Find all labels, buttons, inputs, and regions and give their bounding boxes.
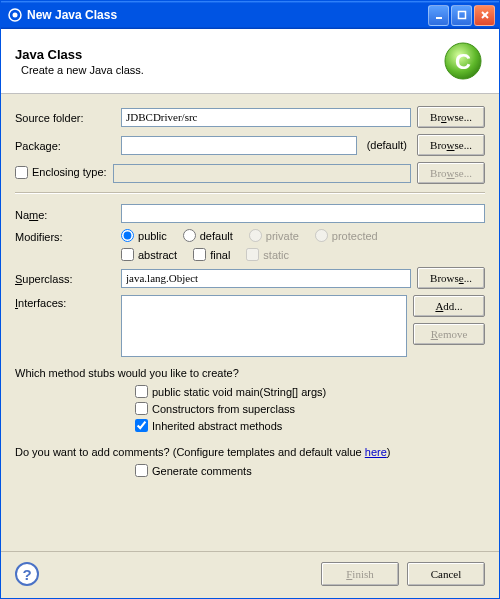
modifier-final-checkbox[interactable]: final bbox=[193, 248, 230, 261]
close-button[interactable] bbox=[474, 5, 495, 26]
class-icon: C bbox=[441, 39, 485, 83]
superclass-input[interactable] bbox=[121, 269, 411, 288]
superclass-browse-button[interactable]: Browse... bbox=[417, 267, 485, 289]
app-icon bbox=[7, 7, 23, 23]
window-title: New Java Class bbox=[27, 8, 426, 22]
package-browse-button[interactable]: Browse... bbox=[417, 134, 485, 156]
name-input[interactable] bbox=[121, 204, 485, 223]
enclosing-type-input bbox=[113, 164, 411, 183]
modifier-public-radio[interactable]: public bbox=[121, 229, 167, 242]
modifier-protected-radio: protected bbox=[315, 229, 378, 242]
modifier-static-checkbox: static bbox=[246, 248, 289, 261]
modifier-abstract-checkbox[interactable]: abstract bbox=[121, 248, 177, 261]
configure-templates-link[interactable]: here bbox=[365, 446, 387, 458]
name-label: Name: bbox=[15, 207, 115, 221]
help-icon[interactable]: ? bbox=[15, 562, 39, 586]
stub-constructors-checkbox[interactable]: Constructors from superclass bbox=[135, 402, 295, 415]
banner: Java Class Create a new Java class. C bbox=[1, 29, 499, 94]
banner-subheading: Create a new Java class. bbox=[15, 64, 441, 76]
modifier-private-radio: private bbox=[249, 229, 299, 242]
stub-inherited-checkbox[interactable]: Inherited abstract methods bbox=[135, 419, 282, 432]
interfaces-remove-button: Remove bbox=[413, 323, 485, 345]
enclosing-type-label: Enclosing type: bbox=[32, 166, 107, 178]
stubs-question: Which method stubs would you like to cre… bbox=[15, 367, 485, 379]
dialog-window: New Java Class Java Class Create a new J… bbox=[0, 0, 500, 599]
package-default-label: (default) bbox=[363, 139, 411, 151]
enclosing-type-browse-button: Browse... bbox=[417, 162, 485, 184]
stub-main-checkbox[interactable]: public static void main(String[] args) bbox=[135, 385, 326, 398]
separator-1 bbox=[15, 192, 485, 194]
modifier-default-radio[interactable]: default bbox=[183, 229, 233, 242]
maximize-button[interactable] bbox=[451, 5, 472, 26]
interfaces-listbox[interactable] bbox=[121, 295, 407, 357]
svg-rect-3 bbox=[458, 12, 465, 19]
source-folder-input[interactable] bbox=[121, 108, 411, 127]
banner-heading: Java Class bbox=[15, 47, 441, 62]
cancel-button[interactable]: Cancel bbox=[407, 562, 485, 586]
superclass-label: Superclass: bbox=[15, 271, 115, 285]
minimize-button[interactable] bbox=[428, 5, 449, 26]
enclosing-type-checkbox-wrap: Enclosing type: bbox=[15, 166, 107, 181]
svg-text:C: C bbox=[455, 49, 471, 74]
modifiers-label: Modifiers: bbox=[15, 229, 115, 243]
source-folder-browse-button[interactable]: Browse... bbox=[417, 106, 485, 128]
footer: ? Finish Cancel bbox=[1, 551, 499, 598]
generate-comments-checkbox[interactable]: Generate comments bbox=[135, 464, 252, 477]
finish-button: Finish bbox=[321, 562, 399, 586]
interfaces-label: Interfaces: bbox=[15, 295, 115, 309]
content-area: Source folder: Browse... Package: (defau… bbox=[1, 94, 499, 551]
package-input[interactable] bbox=[121, 136, 357, 155]
enclosing-type-checkbox[interactable] bbox=[15, 166, 28, 179]
source-folder-label: Source folder: bbox=[15, 110, 115, 124]
comments-question: Do you want to add comments? (Configure … bbox=[15, 446, 485, 458]
package-label: Package: bbox=[15, 138, 115, 152]
titlebar[interactable]: New Java Class bbox=[1, 1, 499, 29]
svg-point-1 bbox=[13, 13, 18, 18]
interfaces-add-button[interactable]: Add... bbox=[413, 295, 485, 317]
